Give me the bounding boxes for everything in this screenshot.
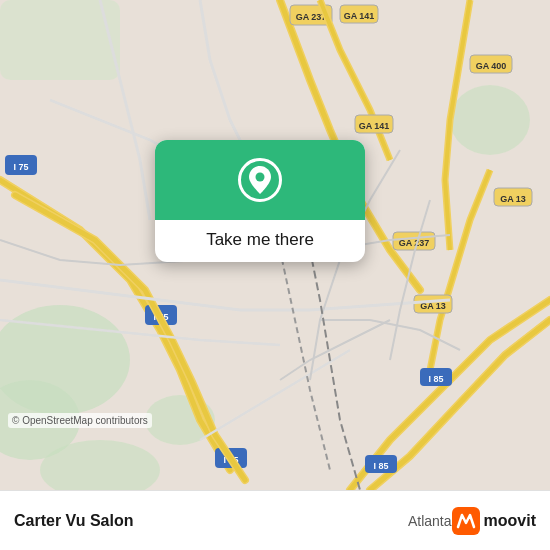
svg-text:I 85: I 85 xyxy=(373,461,388,471)
bottom-bar: Carter Vu Salon Atlanta moovit xyxy=(0,490,550,550)
svg-point-31 xyxy=(256,173,265,182)
svg-text:GA 400: GA 400 xyxy=(476,61,507,71)
location-pin-icon xyxy=(238,158,282,202)
moovit-logo: moovit xyxy=(452,507,536,535)
location-name: Carter Vu Salon xyxy=(14,512,398,530)
popup-header xyxy=(155,140,365,220)
navigation-popup[interactable]: Take me there xyxy=(155,140,365,262)
location-city: Atlanta xyxy=(408,513,452,529)
svg-text:GA 141: GA 141 xyxy=(344,11,375,21)
moovit-brand-icon xyxy=(452,507,480,535)
take-me-there-button[interactable]: Take me there xyxy=(190,220,330,262)
svg-text:GA 141: GA 141 xyxy=(359,121,390,131)
svg-text:I 75: I 75 xyxy=(13,162,28,172)
map-attribution: © OpenStreetMap contributors xyxy=(8,413,152,428)
map-view[interactable]: I 75 I 75 I 75 GA 237 GA 141 GA 141 GA 4… xyxy=(0,0,550,490)
svg-text:I 85: I 85 xyxy=(428,374,443,384)
svg-text:GA 13: GA 13 xyxy=(500,194,526,204)
moovit-text: moovit xyxy=(484,512,536,530)
svg-point-3 xyxy=(450,85,530,155)
